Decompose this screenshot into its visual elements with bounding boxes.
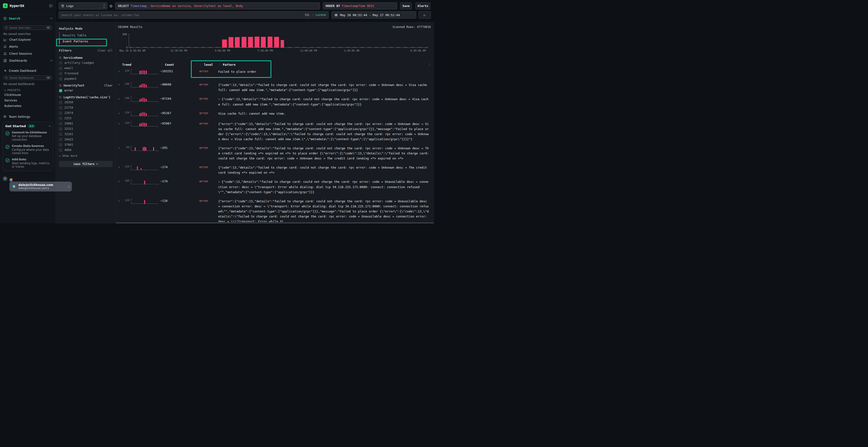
sidebar-item-client-sessions[interactable]: Client Sessions [0, 50, 56, 57]
column-header-trend[interactable]: Trend [122, 63, 160, 66]
source-settings-gear-icon[interactable]: ⚙ [109, 4, 113, 8]
drag-handle-icon[interactable]: ⋮ [160, 63, 163, 66]
pattern-row-6[interactable]: ›60~291error{"error":{"code":13,"details… [118, 146, 431, 161]
saved-dashboards-input[interactable]: Saved Dashboards ⌘K [3, 75, 53, 80]
preset-link-kubernetes[interactable]: Kubernetes [0, 103, 56, 109]
expand-row-icon[interactable]: › [118, 199, 122, 222]
date-range-picker[interactable]: May 26 08:52:44 - May 27 08:52:44 [332, 11, 416, 19]
filter-option-email[interactable]: email [59, 66, 113, 71]
filter-option-37801[interactable]: 37801 [59, 142, 113, 147]
get-started-item[interactable]: Add DataStart sending logs, metrics, or … [5, 158, 51, 168]
filter-option-4894[interactable]: 4894 [59, 147, 113, 153]
filter-option-error[interactable]: ✓error [59, 88, 113, 93]
lucene-search-input[interactable]: Search your events w/ Lucene ex. column:… [59, 11, 329, 19]
filter-option-2333[interactable]: 2333 [59, 115, 113, 121]
checkbox[interactable] [59, 77, 62, 80]
expand-row-icon[interactable]: › [118, 165, 122, 175]
expand-row-icon[interactable]: › [118, 122, 122, 142]
filter-option-32311[interactable]: 32311 [59, 126, 113, 132]
filter-option-33261[interactable]: 33261 [59, 132, 113, 137]
filter-option-frontend[interactable]: frontend [59, 71, 113, 76]
column-header-level[interactable]: ⋮level [199, 63, 218, 66]
pattern-row-7[interactable]: ›120~174error{"code":13,"details":"faile… [118, 165, 431, 175]
histogram-bar[interactable] [261, 37, 266, 47]
histogram-bar[interactable] [255, 37, 259, 47]
histogram-bar[interactable] [228, 37, 234, 47]
presets-toggle[interactable]: PRESETS [0, 86, 56, 92]
user-menu[interactable]: D dale@clickhouse.com dale@clickhouse.co… [9, 182, 72, 192]
histogram-bar[interactable] [222, 39, 227, 47]
expand-row-icon[interactable]: › [118, 179, 122, 195]
filter-option-29081[interactable]: 29081 [59, 121, 113, 126]
checkbox[interactable] [59, 122, 62, 125]
pattern-row-2[interactable]: ›24K~98698error{"code":13,"details":"fai… [118, 82, 431, 93]
preset-link-clickhouse[interactable]: ClickHouse [0, 92, 56, 98]
sql-mode-toggle[interactable]: SQL [305, 13, 310, 16]
histogram-bar[interactable] [248, 37, 253, 47]
column-header-count[interactable]: ⋮Count [160, 63, 199, 66]
checkbox[interactable] [59, 143, 62, 146]
histogram-bar[interactable] [235, 37, 240, 47]
checkbox[interactable] [59, 61, 62, 65]
drag-handle-icon[interactable]: ⋮ [199, 63, 202, 66]
filter-option-34423[interactable]: 34423 [59, 137, 113, 142]
horizontal-scrollbar[interactable] [116, 222, 434, 224]
lucene-mode-toggle[interactable]: Lucene [316, 13, 326, 16]
pattern-row-5[interactable]: ›22K~93987error{"error":{"code":13,"deta… [118, 122, 431, 142]
checkbox[interactable] [59, 72, 62, 75]
pattern-row-1[interactable]: ›22K~103351errorFailed to place order [118, 69, 431, 75]
histogram-bar[interactable] [281, 40, 284, 47]
saved-searches-input[interactable]: Saved Searches ⌘K [3, 25, 53, 30]
chevron-up-icon[interactable] [49, 126, 51, 128]
clear-all-link[interactable]: Clear all [98, 49, 113, 52]
filter-option-21734[interactable]: 21734 [59, 105, 113, 110]
select-query-input[interactable]: SELECT Timestamp , ServiceName as servic… [115, 2, 320, 9]
drag-handle-icon[interactable]: ⋮ [218, 63, 221, 66]
run-query-button[interactable]: ▷ [418, 11, 431, 19]
checkbox[interactable] [59, 148, 62, 152]
get-started-item[interactable]: Create Data SourcesConfigure where your … [5, 144, 51, 155]
expand-row-icon[interactable]: › [118, 146, 122, 161]
pattern-row-3[interactable]: ›24K~97244error×{"code":13,"details":"fa… [118, 97, 431, 107]
save-button[interactable]: Save [400, 2, 412, 9]
histogram-bar[interactable] [242, 37, 246, 47]
checkbox[interactable] [59, 106, 62, 109]
less-filters-button[interactable]: Less filters [59, 161, 113, 167]
preset-link-services[interactable]: Services [0, 98, 56, 103]
checkbox[interactable] [59, 128, 62, 131]
expand-row-icon[interactable]: › [118, 97, 122, 107]
checkbox[interactable]: ✓ [59, 89, 62, 92]
expand-row-icon[interactable]: › [118, 82, 122, 93]
filter-option-22974[interactable]: 22974 [59, 110, 113, 115]
checkbox[interactable] [59, 101, 62, 104]
pattern-row-8[interactable]: ›180~174error×{"code":13,"details":"fail… [118, 179, 431, 195]
filter-option-artillery-loadgen[interactable]: artillery-loadgen [59, 60, 113, 66]
dismiss-x-icon[interactable]: × [218, 180, 220, 183]
column-header-pattern[interactable]: ⋮Pattern [218, 63, 431, 66]
sidebar-item-chart-explorer[interactable]: Chart Explorer [0, 36, 56, 43]
sidebar-section-search[interactable]: Search [0, 14, 56, 23]
table-options-icon[interactable]: ⋮ [428, 63, 431, 66]
dismiss-x-icon[interactable]: × [218, 98, 220, 101]
checkbox[interactable] [59, 138, 62, 141]
pattern-row-9[interactable]: ›120~116error{"error":{"code":13,"detail… [118, 199, 431, 222]
histogram-bar[interactable] [274, 37, 279, 47]
sidebar-item-alerts[interactable]: Alerts [0, 43, 56, 50]
get-started-item[interactable]: Connect to ClickHouseSet up your databas… [5, 131, 51, 141]
source-select[interactable]: Logs [59, 2, 107, 9]
tab-event-patterns[interactable]: Event Patterns [59, 38, 116, 44]
filter-option-19350[interactable]: 19350 [59, 100, 113, 105]
sidebar-item-team-settings[interactable]: ⚙ Team Settings [0, 113, 56, 120]
expand-row-icon[interactable]: › [118, 69, 122, 75]
sidebar-item-dashboards[interactable]: Dashboards [0, 57, 56, 64]
checkbox[interactable] [59, 133, 62, 136]
help-button[interactable]: ? [3, 176, 7, 181]
alerts-button[interactable]: Alerts [415, 2, 430, 9]
clear-filter-link[interactable]: Clear [104, 84, 113, 87]
pattern-row-4[interactable]: ›22K~95267errorVisa cache full: cannot a… [118, 111, 431, 117]
show-more-link[interactable]: Show more [59, 153, 113, 158]
order-by-input[interactable]: ORDER BY TimestampTime DESC [323, 2, 397, 9]
filter-option-payment[interactable]: payment [59, 76, 113, 81]
tab-results-table[interactable]: Results Table [59, 32, 116, 38]
expand-row-icon[interactable]: › [118, 111, 122, 117]
